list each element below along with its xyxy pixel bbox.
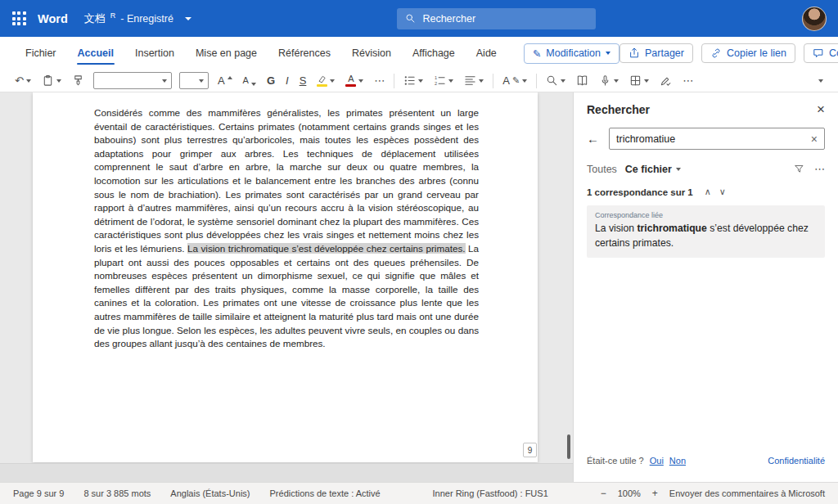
copy-link-label: Copier le lien [727, 47, 786, 59]
font-color-button[interactable]: A [344, 74, 365, 88]
next-match-icon[interactable]: ∨ [719, 187, 726, 197]
word-count-status[interactable]: 8 sur 3 885 mots [83, 488, 151, 498]
alignment-button[interactable] [462, 74, 485, 88]
share-button[interactable]: Partager [619, 43, 693, 63]
helpful-yes-link[interactable]: Oui [650, 456, 664, 466]
global-search-placeholder: Rechercher [422, 13, 475, 25]
ellipsis-icon: ⋯ [374, 75, 385, 86]
horizontal-scrollbar[interactable] [0, 463, 573, 482]
find-pane-footer: Était-ce utile ? Oui Non Confidentialité [587, 456, 825, 466]
grow-font-button[interactable]: A [216, 74, 234, 87]
chevron-down-icon [185, 17, 191, 20]
undo-icon: ↶ [15, 75, 24, 86]
ellipsis-icon: ⋯ [683, 75, 693, 86]
comment-icon [813, 47, 824, 59]
scope-file-dropdown[interactable]: Ce fichier [625, 164, 681, 175]
numbered-list-button[interactable]: 12 [432, 74, 455, 88]
dictate-button[interactable] [597, 74, 620, 88]
waffle-icon [12, 11, 26, 25]
italic-button[interactable]: I [284, 74, 291, 87]
tab-aide[interactable]: Aide [466, 37, 507, 70]
match-nav-arrows: ∧ ∨ [705, 187, 726, 197]
find-search-input[interactable] [616, 133, 811, 145]
more-font-options-button[interactable]: ⋯ [372, 74, 386, 87]
comments-button[interactable]: Commentaires [804, 43, 838, 63]
tab-insertion[interactable]: Insertion [124, 37, 185, 70]
previous-match-icon[interactable]: ∧ [705, 187, 711, 197]
result-text: La vision trichromatique s’est développé… [595, 222, 817, 250]
divider [536, 74, 537, 88]
scope-all-label[interactable]: Toutes [587, 164, 617, 175]
find-pane-header: Rechercher × [587, 102, 825, 116]
word-online-app: Word 文档 R - Enregistré Rechercher Fichie… [0, 0, 838, 504]
bold-button[interactable]: G [265, 74, 277, 87]
undo-button[interactable]: ↶ [13, 74, 33, 87]
document-title-group[interactable]: 文档 R - Enregistré [84, 11, 191, 26]
clear-search-icon[interactable]: × [811, 133, 818, 145]
chevron-down-icon [644, 79, 649, 83]
result-text-before: La vision [595, 223, 638, 234]
document-paragraph[interactable]: Considérés comme des mammifères générali… [94, 106, 479, 351]
copy-link-button[interactable]: Copier le lien [701, 43, 795, 63]
underline-button[interactable]: S [298, 74, 309, 87]
global-search-box[interactable]: Rechercher [397, 8, 596, 29]
chevron-down-icon [479, 79, 484, 83]
helpful-question: Était-ce utile ? [587, 456, 644, 466]
chevron-down-icon [818, 79, 823, 83]
tab-affichage[interactable]: Affichage [402, 37, 466, 70]
zoom-out-button[interactable]: − [601, 488, 606, 499]
find-button[interactable] [544, 74, 567, 88]
app-name[interactable]: Word [38, 12, 68, 25]
search-result-card[interactable]: Correspondance liée La vision trichromat… [587, 205, 825, 258]
find-input-wrapper: × [609, 128, 825, 150]
document-page[interactable]: Considérés comme des mammifères générali… [33, 92, 538, 462]
text-predictions-status[interactable]: Prédictions de texte : Activé [270, 488, 381, 498]
page-count-status[interactable]: Page 9 sur 9 [13, 488, 64, 498]
collapse-ribbon-button[interactable] [817, 79, 825, 83]
font-name-combo[interactable] [93, 72, 172, 89]
styles-button[interactable]: A ✎ [501, 74, 529, 87]
editing-mode-label: Modification [546, 47, 601, 59]
chevron-down-icon [26, 79, 31, 83]
format-painter-button[interactable] [70, 74, 86, 88]
read-aloud-button[interactable] [574, 74, 590, 88]
highlight-color-button[interactable] [315, 74, 336, 88]
app-launcher-button[interactable] [0, 0, 38, 37]
zoom-level[interactable]: 100% [618, 488, 641, 498]
find-search-row: ← × [587, 128, 825, 150]
send-feedback-link[interactable]: Envoyer des commentaires à Microsoft [669, 488, 825, 498]
privacy-link[interactable]: Confidentialité [768, 456, 825, 466]
back-arrow-icon[interactable]: ← [587, 133, 599, 145]
divider [394, 74, 394, 88]
vertical-scrollbar-thumb[interactable] [567, 434, 570, 459]
more-options-icon[interactable]: ⋯ [814, 163, 825, 175]
chevron-down-icon [561, 79, 565, 83]
bullet-list-button[interactable] [402, 74, 425, 88]
language-status[interactable]: Anglais (États-Unis) [170, 488, 250, 498]
close-icon[interactable]: × [817, 102, 825, 116]
editing-mode-button[interactable]: ✎ Modification [524, 43, 619, 64]
tab-accueil[interactable]: Accueil [67, 37, 124, 70]
bold-letter: G [267, 75, 275, 86]
tab-references[interactable]: Références [268, 37, 341, 70]
font-size-combo[interactable] [179, 72, 209, 89]
caret-up-icon [228, 76, 232, 79]
tab-mise-en-page[interactable]: Mise en page [185, 37, 268, 70]
tab-revision[interactable]: Révision [341, 37, 402, 70]
designer-button[interactable] [628, 74, 651, 88]
microphone-icon [599, 74, 611, 87]
svg-text:2: 2 [435, 81, 437, 86]
paste-button[interactable] [40, 74, 63, 88]
filter-icon[interactable] [794, 164, 804, 174]
editor-button[interactable] [658, 74, 674, 88]
tab-fichier[interactable]: Fichier [15, 37, 67, 70]
editor-pen-check-icon [660, 74, 672, 87]
more-commands-button[interactable]: ⋯ [681, 74, 695, 87]
zoom-in-button[interactable]: + [652, 488, 658, 499]
shrink-font-button[interactable]: A [241, 75, 258, 86]
helpful-no-link[interactable]: Non [669, 456, 686, 466]
user-avatar[interactable] [802, 7, 827, 31]
paragraph-text-after: La plupart ont aussi des pouces opposabl… [94, 243, 479, 349]
highlighter-icon [317, 74, 327, 87]
match-count-text: 1 correspondance sur 1 [587, 187, 693, 197]
